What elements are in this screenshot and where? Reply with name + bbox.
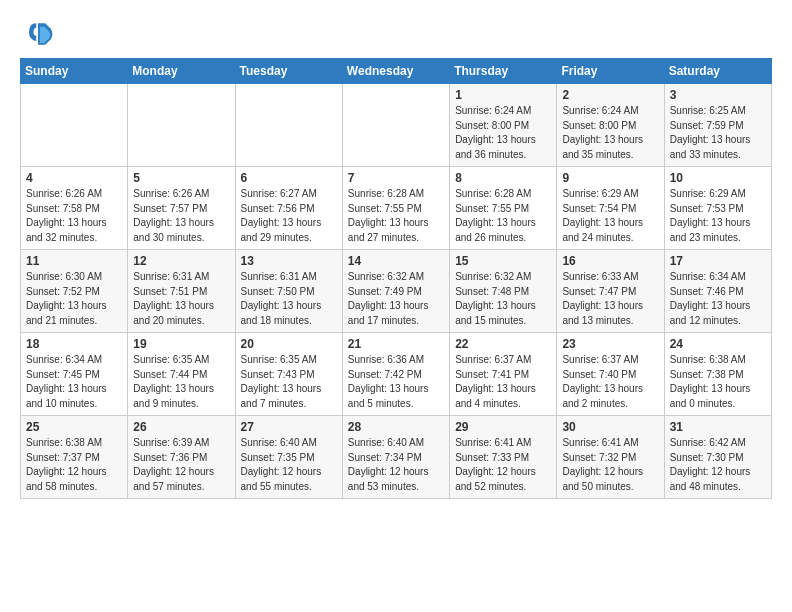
- cell-content: Sunrise: 6:35 AM Sunset: 7:43 PM Dayligh…: [241, 353, 337, 411]
- cell-content: Sunrise: 6:41 AM Sunset: 7:32 PM Dayligh…: [562, 436, 658, 494]
- day-number: 26: [133, 420, 229, 434]
- day-number: 31: [670, 420, 766, 434]
- calendar-cell: 3Sunrise: 6:25 AM Sunset: 7:59 PM Daylig…: [664, 84, 771, 167]
- cell-content: Sunrise: 6:24 AM Sunset: 8:00 PM Dayligh…: [455, 104, 551, 162]
- calendar-cell: [128, 84, 235, 167]
- cell-content: Sunrise: 6:29 AM Sunset: 7:53 PM Dayligh…: [670, 187, 766, 245]
- calendar-cell: 31Sunrise: 6:42 AM Sunset: 7:30 PM Dayli…: [664, 416, 771, 499]
- day-number: 1: [455, 88, 551, 102]
- cell-content: Sunrise: 6:26 AM Sunset: 7:58 PM Dayligh…: [26, 187, 122, 245]
- day-number: 14: [348, 254, 444, 268]
- day-number: 27: [241, 420, 337, 434]
- weekday-header-sunday: Sunday: [21, 59, 128, 84]
- weekday-header-thursday: Thursday: [450, 59, 557, 84]
- weekday-header-wednesday: Wednesday: [342, 59, 449, 84]
- calendar-cell: 6Sunrise: 6:27 AM Sunset: 7:56 PM Daylig…: [235, 167, 342, 250]
- day-number: 29: [455, 420, 551, 434]
- week-row-4: 18Sunrise: 6:34 AM Sunset: 7:45 PM Dayli…: [21, 333, 772, 416]
- day-number: 10: [670, 171, 766, 185]
- cell-content: Sunrise: 6:39 AM Sunset: 7:36 PM Dayligh…: [133, 436, 229, 494]
- calendar-cell: 29Sunrise: 6:41 AM Sunset: 7:33 PM Dayli…: [450, 416, 557, 499]
- day-number: 11: [26, 254, 122, 268]
- day-number: 15: [455, 254, 551, 268]
- calendar-cell: 24Sunrise: 6:38 AM Sunset: 7:38 PM Dayli…: [664, 333, 771, 416]
- day-number: 16: [562, 254, 658, 268]
- calendar-cell: 26Sunrise: 6:39 AM Sunset: 7:36 PM Dayli…: [128, 416, 235, 499]
- cell-content: Sunrise: 6:31 AM Sunset: 7:50 PM Dayligh…: [241, 270, 337, 328]
- day-number: 7: [348, 171, 444, 185]
- cell-content: Sunrise: 6:33 AM Sunset: 7:47 PM Dayligh…: [562, 270, 658, 328]
- week-row-5: 25Sunrise: 6:38 AM Sunset: 7:37 PM Dayli…: [21, 416, 772, 499]
- week-row-1: 1Sunrise: 6:24 AM Sunset: 8:00 PM Daylig…: [21, 84, 772, 167]
- calendar-cell: 19Sunrise: 6:35 AM Sunset: 7:44 PM Dayli…: [128, 333, 235, 416]
- main-container: SundayMondayTuesdayWednesdayThursdayFrid…: [0, 0, 792, 509]
- weekday-header-friday: Friday: [557, 59, 664, 84]
- day-number: 20: [241, 337, 337, 351]
- cell-content: Sunrise: 6:40 AM Sunset: 7:35 PM Dayligh…: [241, 436, 337, 494]
- calendar-cell: 9Sunrise: 6:29 AM Sunset: 7:54 PM Daylig…: [557, 167, 664, 250]
- day-number: 12: [133, 254, 229, 268]
- calendar-cell: 12Sunrise: 6:31 AM Sunset: 7:51 PM Dayli…: [128, 250, 235, 333]
- calendar-cell: 5Sunrise: 6:26 AM Sunset: 7:57 PM Daylig…: [128, 167, 235, 250]
- calendar-cell: 17Sunrise: 6:34 AM Sunset: 7:46 PM Dayli…: [664, 250, 771, 333]
- weekday-header-tuesday: Tuesday: [235, 59, 342, 84]
- calendar-cell: 7Sunrise: 6:28 AM Sunset: 7:55 PM Daylig…: [342, 167, 449, 250]
- calendar-cell: [342, 84, 449, 167]
- week-row-3: 11Sunrise: 6:30 AM Sunset: 7:52 PM Dayli…: [21, 250, 772, 333]
- calendar-cell: 13Sunrise: 6:31 AM Sunset: 7:50 PM Dayli…: [235, 250, 342, 333]
- calendar-cell: 14Sunrise: 6:32 AM Sunset: 7:49 PM Dayli…: [342, 250, 449, 333]
- day-number: 18: [26, 337, 122, 351]
- day-number: 19: [133, 337, 229, 351]
- cell-content: Sunrise: 6:42 AM Sunset: 7:30 PM Dayligh…: [670, 436, 766, 494]
- calendar-cell: 21Sunrise: 6:36 AM Sunset: 7:42 PM Dayli…: [342, 333, 449, 416]
- logo-icon: [20, 16, 56, 52]
- cell-content: Sunrise: 6:27 AM Sunset: 7:56 PM Dayligh…: [241, 187, 337, 245]
- day-number: 5: [133, 171, 229, 185]
- weekday-header-monday: Monday: [128, 59, 235, 84]
- calendar-cell: 8Sunrise: 6:28 AM Sunset: 7:55 PM Daylig…: [450, 167, 557, 250]
- cell-content: Sunrise: 6:40 AM Sunset: 7:34 PM Dayligh…: [348, 436, 444, 494]
- cell-content: Sunrise: 6:32 AM Sunset: 7:48 PM Dayligh…: [455, 270, 551, 328]
- day-number: 25: [26, 420, 122, 434]
- day-number: 28: [348, 420, 444, 434]
- day-number: 13: [241, 254, 337, 268]
- day-number: 22: [455, 337, 551, 351]
- calendar-cell: 27Sunrise: 6:40 AM Sunset: 7:35 PM Dayli…: [235, 416, 342, 499]
- cell-content: Sunrise: 6:31 AM Sunset: 7:51 PM Dayligh…: [133, 270, 229, 328]
- day-number: 9: [562, 171, 658, 185]
- calendar-cell: 1Sunrise: 6:24 AM Sunset: 8:00 PM Daylig…: [450, 84, 557, 167]
- weekday-header-saturday: Saturday: [664, 59, 771, 84]
- day-number: 4: [26, 171, 122, 185]
- calendar-cell: 22Sunrise: 6:37 AM Sunset: 7:41 PM Dayli…: [450, 333, 557, 416]
- calendar-cell: 11Sunrise: 6:30 AM Sunset: 7:52 PM Dayli…: [21, 250, 128, 333]
- day-number: 3: [670, 88, 766, 102]
- cell-content: Sunrise: 6:34 AM Sunset: 7:45 PM Dayligh…: [26, 353, 122, 411]
- week-row-2: 4Sunrise: 6:26 AM Sunset: 7:58 PM Daylig…: [21, 167, 772, 250]
- day-number: 8: [455, 171, 551, 185]
- weekday-row: SundayMondayTuesdayWednesdayThursdayFrid…: [21, 59, 772, 84]
- calendar-cell: 16Sunrise: 6:33 AM Sunset: 7:47 PM Dayli…: [557, 250, 664, 333]
- day-number: 17: [670, 254, 766, 268]
- day-number: 2: [562, 88, 658, 102]
- calendar-table: SundayMondayTuesdayWednesdayThursdayFrid…: [20, 58, 772, 499]
- calendar-cell: 25Sunrise: 6:38 AM Sunset: 7:37 PM Dayli…: [21, 416, 128, 499]
- calendar-cell: 15Sunrise: 6:32 AM Sunset: 7:48 PM Dayli…: [450, 250, 557, 333]
- cell-content: Sunrise: 6:26 AM Sunset: 7:57 PM Dayligh…: [133, 187, 229, 245]
- calendar-cell: [235, 84, 342, 167]
- calendar-cell: 20Sunrise: 6:35 AM Sunset: 7:43 PM Dayli…: [235, 333, 342, 416]
- cell-content: Sunrise: 6:25 AM Sunset: 7:59 PM Dayligh…: [670, 104, 766, 162]
- calendar-cell: 2Sunrise: 6:24 AM Sunset: 8:00 PM Daylig…: [557, 84, 664, 167]
- calendar-body: 1Sunrise: 6:24 AM Sunset: 8:00 PM Daylig…: [21, 84, 772, 499]
- header: [20, 16, 772, 52]
- cell-content: Sunrise: 6:37 AM Sunset: 7:40 PM Dayligh…: [562, 353, 658, 411]
- cell-content: Sunrise: 6:28 AM Sunset: 7:55 PM Dayligh…: [455, 187, 551, 245]
- cell-content: Sunrise: 6:28 AM Sunset: 7:55 PM Dayligh…: [348, 187, 444, 245]
- cell-content: Sunrise: 6:32 AM Sunset: 7:49 PM Dayligh…: [348, 270, 444, 328]
- cell-content: Sunrise: 6:34 AM Sunset: 7:46 PM Dayligh…: [670, 270, 766, 328]
- calendar-cell: 18Sunrise: 6:34 AM Sunset: 7:45 PM Dayli…: [21, 333, 128, 416]
- calendar-cell: 4Sunrise: 6:26 AM Sunset: 7:58 PM Daylig…: [21, 167, 128, 250]
- calendar-cell: 10Sunrise: 6:29 AM Sunset: 7:53 PM Dayli…: [664, 167, 771, 250]
- cell-content: Sunrise: 6:24 AM Sunset: 8:00 PM Dayligh…: [562, 104, 658, 162]
- day-number: 21: [348, 337, 444, 351]
- calendar-header: SundayMondayTuesdayWednesdayThursdayFrid…: [21, 59, 772, 84]
